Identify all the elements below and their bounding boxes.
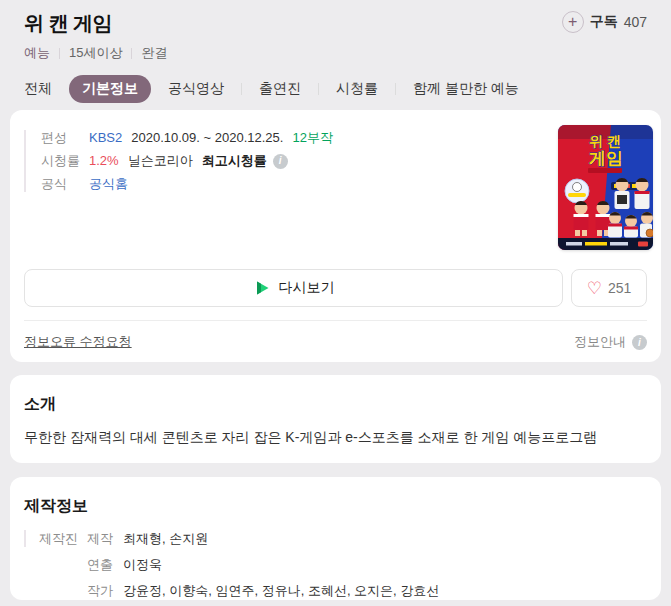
tab-recommended[interactable]: 함께 볼만한 예능 <box>413 80 519 98</box>
production-table: 제작진 제작 최재형, 손지원 연출 이정욱 작가 강윤정, 이향숙, 임연주,… <box>24 530 647 606</box>
episode-count: 12부작 <box>292 130 332 146</box>
rating-label: 시청률 <box>41 153 89 169</box>
official-label: 공식 <box>41 176 89 192</box>
director-names: 이정욱 <box>123 556 162 573</box>
producer-label: 제작 <box>87 530 113 547</box>
writer-label: 작가 <box>87 582 113 599</box>
program-info-page: 위 캔 게임 + 구독 407 예능 15세이상 완결 전체 기본정보 공식영상… <box>0 0 671 606</box>
like-button[interactable]: ♡ 251 <box>571 269 647 307</box>
tab-all[interactable]: 전체 <box>24 80 52 98</box>
subscribe-label: 구독 <box>590 13 618 31</box>
tag-status: 완결 <box>141 44 167 62</box>
basic-info-card: 편성 KBS2 2020.10.09. ~ 2020.12.25. 12부작 시… <box>10 110 661 362</box>
card-footer-links: 정보오류 수정요청 정보안내 i <box>24 333 647 351</box>
tag-genre[interactable]: 예능 <box>24 44 50 62</box>
replay-button[interactable]: 다시보기 <box>24 269 563 307</box>
subscribe-count: 407 <box>624 14 647 30</box>
table-row: 제작 최재형, 손지원 <box>87 530 439 547</box>
poster-art: 위 캔 게임 <box>558 125 653 250</box>
info-icon: i <box>632 335 647 350</box>
director-label: 연출 <box>87 556 113 573</box>
like-count: 251 <box>608 280 631 296</box>
table-row: 작가 강윤정, 이향숙, 임연주, 정유나, 조혜선, 오지은, 강효선 <box>87 582 439 599</box>
report-error-link[interactable]: 정보오류 수정요청 <box>24 333 132 351</box>
actions-row: 다시보기 ♡ 251 <box>24 269 647 307</box>
producer-names: 최재형, 손지원 <box>123 530 208 547</box>
divider <box>318 83 319 95</box>
info-guide[interactable]: 정보안내 i <box>574 333 647 351</box>
tag-age-rating: 15세이상 <box>69 44 122 62</box>
table-row: 연출 이정욱 <box>87 556 439 573</box>
divider <box>241 83 242 95</box>
meta-tags: 예능 15세이상 완결 <box>24 44 647 62</box>
divider <box>131 48 132 59</box>
tab-official-videos[interactable]: 공식영상 <box>168 80 224 98</box>
play-icon <box>253 279 271 297</box>
subscribe-button[interactable]: + 구독 407 <box>562 11 647 33</box>
rating-note: 최고시청률 <box>202 153 267 169</box>
writer-names: 강윤정, 이향숙, 임연주, 정유나, 조혜선, 오지은, 강효선 <box>123 582 439 599</box>
divider <box>59 48 60 59</box>
divider <box>24 320 647 321</box>
rating-agency: 닐슨코리아 <box>128 153 193 169</box>
info-table: 편성 KBS2 2020.10.09. ~ 2020.12.25. 12부작 시… <box>24 130 524 192</box>
info-icon[interactable]: i <box>273 154 288 169</box>
tab-ratings[interactable]: 시청률 <box>336 80 378 98</box>
schedule-label: 편성 <box>41 130 89 146</box>
rating-row: 시청률 1.2% 닐슨코리아 최고시청률 i <box>41 153 524 169</box>
poster-title-bottom: 게임 <box>589 149 623 168</box>
tab-cast[interactable]: 출연진 <box>259 80 301 98</box>
info-guide-label: 정보안내 <box>574 333 626 351</box>
intro-card: 소개 무한한 잠재력의 대세 콘텐츠로 자리 잡은 K-게임과 e-스포츠를 소… <box>10 375 661 463</box>
production-group-label: 제작진 <box>24 530 87 547</box>
poster-image[interactable]: 위 캔 게임 <box>558 125 653 250</box>
official-row: 공식 공식홈 <box>41 176 524 192</box>
broadcast-period: 2020.10.09. ~ 2020.12.25. <box>131 130 283 146</box>
replay-label: 다시보기 <box>279 279 335 297</box>
tab-bar: 전체 기본정보 공식영상 출연진 시청률 함께 볼만한 예능 <box>24 75 647 103</box>
poster-title-top: 위 캔 <box>589 133 621 149</box>
heart-icon: ♡ <box>587 280 602 297</box>
schedule-row: 편성 KBS2 2020.10.09. ~ 2020.12.25. 12부작 <box>41 130 524 146</box>
plus-icon: + <box>562 11 584 33</box>
official-home-link[interactable]: 공식홈 <box>89 176 128 192</box>
page-title: 위 캔 게임 <box>24 10 112 37</box>
production-card: 제작정보 제작진 제작 최재형, 손지원 연출 이정욱 작가 강윤정, 이향숙,… <box>10 477 661 600</box>
channel-link[interactable]: KBS2 <box>89 130 122 146</box>
production-title: 제작정보 <box>24 496 647 517</box>
intro-title: 소개 <box>24 394 647 415</box>
intro-body: 무한한 잠재력의 대세 콘텐츠로 자리 잡은 K-게임과 e-스포츠를 소재로 … <box>24 428 647 447</box>
rating-value: 1.2% <box>89 153 119 169</box>
header: 위 캔 게임 + 구독 407 예능 15세이상 완결 전체 기본정보 공식영상… <box>0 0 671 103</box>
tab-basic-info[interactable]: 기본정보 <box>69 75 151 103</box>
divider <box>395 83 396 95</box>
